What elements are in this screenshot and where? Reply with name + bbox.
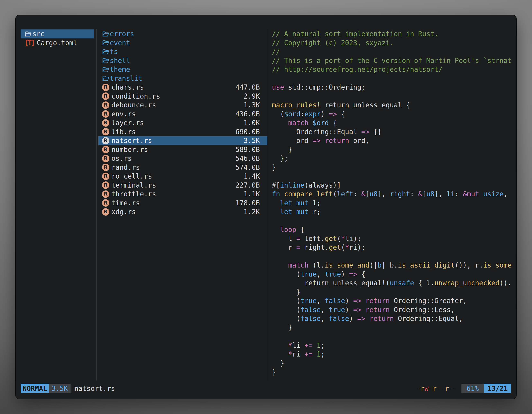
file-row-xdg.rs[interactable]: Rxdg.rs1.2K [98, 207, 267, 216]
file-row-chars.rs[interactable]: Rchars.rs447.0B [98, 83, 267, 92]
permission-segment: r [445, 385, 449, 393]
entry-name: Cargo.toml [37, 39, 77, 48]
file-row-number.rs[interactable]: Rnumber.rs589.0B [98, 145, 267, 154]
file-row-os.rs[interactable]: Ros.rs546.0B [98, 154, 267, 163]
code-line: (false, false) => return Ordering::Equal… [272, 314, 516, 323]
file-row-terminal.rs[interactable]: Rterminal.rs227.0B [98, 181, 267, 190]
file-row-condition.rs[interactable]: Rcondition.rs2.9K [98, 92, 267, 101]
code-line [272, 216, 516, 225]
permission-segment: r [433, 385, 437, 393]
code-line: let mut r; [272, 207, 516, 216]
code-line [272, 252, 516, 261]
entry-name: fs [110, 47, 118, 56]
rust-file-icon: R [102, 199, 109, 207]
entry-size: 574.0B [236, 163, 260, 172]
entry-name: errors [110, 29, 134, 39]
entry-name: os.rs [111, 154, 132, 163]
dir-row-translit[interactable]: translit [98, 74, 267, 83]
open-folder-icon [102, 40, 109, 46]
entry-name: layer.rs [111, 118, 144, 127]
permission-segment: - [416, 385, 420, 393]
entry-size: 1.0K [244, 118, 260, 127]
dir-row-src[interactable]: src [21, 29, 94, 39]
code-line [272, 74, 516, 83]
code-line: // http://sourcefrog.net/projects/natsor… [272, 65, 516, 74]
rust-file-icon: R [102, 92, 109, 100]
entry-name: rand.rs [111, 163, 140, 172]
dir-row-theme[interactable]: theme [98, 65, 267, 74]
entry-name: xdg.rs [111, 207, 136, 216]
status-bar: NORMAL 3.5K natsort.rs -rw-r--r-- 61% 13… [21, 384, 511, 393]
code-line: (true, true) => { [272, 270, 516, 279]
file-row-time.rs[interactable]: Rtime.rs178.0B [98, 199, 267, 208]
code-line [272, 92, 516, 101]
selected-file-size: 3.5K [49, 384, 70, 393]
desktop-background: src[T]Cargo.toml errorseventfsshelltheme… [0, 0, 532, 414]
entry-name: ro_cell.rs [111, 172, 152, 181]
code-line: match $ord { [272, 118, 516, 127]
code-line: use std::cmp::Ordering; [272, 83, 516, 92]
file-row-Cargo.toml[interactable]: [T]Cargo.toml [21, 39, 94, 48]
open-folder-icon [102, 31, 109, 37]
entry-size: 1.2K [244, 207, 260, 216]
code-line: } [272, 145, 516, 154]
entry-size: 1.3K [244, 101, 260, 110]
rust-file-icon: R [102, 164, 109, 171]
cursor-position-badge: 13/21 [484, 384, 511, 393]
entry-name: src [32, 29, 45, 39]
file-row-lib.rs[interactable]: Rlib.rs690.0B [98, 127, 267, 136]
file-row-debounce.rs[interactable]: Rdebounce.rs1.3K [98, 101, 267, 110]
code-line: ord => return ord, [272, 136, 516, 145]
code-line: // Copyright (c) 2023, sxyazi. [272, 39, 516, 48]
permission-segment: - [428, 385, 433, 393]
rust-file-icon: R [102, 119, 109, 127]
code-preview-pane[interactable]: // A natural sort implementation in Rust… [272, 29, 516, 377]
file-row-ro_cell.rs[interactable]: Rro_cell.rs1.4K [98, 172, 267, 181]
dir-row-event[interactable]: event [98, 39, 267, 48]
entry-name: event [110, 39, 130, 48]
mode-badge: NORMAL [21, 384, 49, 393]
code-line: }; [272, 154, 516, 163]
code-line: } [272, 288, 516, 297]
entry-size: 1.1K [244, 190, 260, 199]
rust-file-icon: R [102, 173, 109, 180]
open-folder-icon [25, 31, 31, 37]
code-line: *ri += 1; [272, 350, 516, 359]
file-row-layer.rs[interactable]: Rlayer.rs1.0K [98, 118, 267, 127]
parent-pane: src[T]Cargo.toml [21, 29, 94, 47]
code-line: ($ord:expr) => { [272, 110, 516, 119]
file-manager-window: src[T]Cargo.toml errorseventfsshelltheme… [16, 15, 516, 399]
code-line: } [272, 367, 516, 376]
pane-divider [268, 29, 268, 380]
permission-segment: w [424, 385, 428, 393]
entry-size: 447.0B [236, 83, 260, 92]
entry-size: 3.5K [244, 136, 260, 145]
entry-size: 2.9K [244, 92, 260, 101]
entry-name: condition.rs [111, 92, 160, 101]
code-line: #[inline(always)] [272, 181, 516, 190]
code-line: macro_rules! return_unless_equal { [272, 101, 516, 110]
pane-divider [96, 29, 96, 380]
rust-file-icon: R [102, 182, 109, 189]
entry-name: lib.rs [111, 127, 136, 136]
entry-size: 227.0B [236, 181, 260, 190]
file-row-natsort.rs[interactable]: Rnatsort.rs3.5K [98, 136, 267, 145]
selected-filename: natsort.rs [75, 385, 115, 393]
code-line: fn compare_left(left: &[u8], right: &[u8… [272, 190, 516, 199]
file-row-rand.rs[interactable]: Rrand.rs574.0B [98, 163, 267, 172]
code-line: r = right.get(*ri); [272, 243, 516, 252]
code-line: // A natural sort implementation in Rust… [272, 29, 516, 39]
file-row-throttle.rs[interactable]: Rthrottle.rs1.1K [98, 190, 267, 199]
entry-size: 690.0B [236, 127, 260, 136]
dir-row-errors[interactable]: errors [98, 29, 267, 39]
dir-row-fs[interactable]: fs [98, 47, 267, 56]
dir-row-shell[interactable]: shell [98, 56, 267, 65]
code-line: match (l.is_some_and(|b| b.is_ascii_digi… [272, 261, 516, 270]
code-line [272, 332, 516, 341]
rust-file-icon: R [102, 155, 109, 162]
entry-size: 546.0B [236, 154, 260, 163]
scroll-percent-badge: 61% [461, 384, 484, 393]
code-line: l = left.get(*li); [272, 234, 516, 243]
code-line: loop { [272, 225, 516, 234]
file-row-env.rs[interactable]: Renv.rs436.0B [98, 110, 267, 119]
